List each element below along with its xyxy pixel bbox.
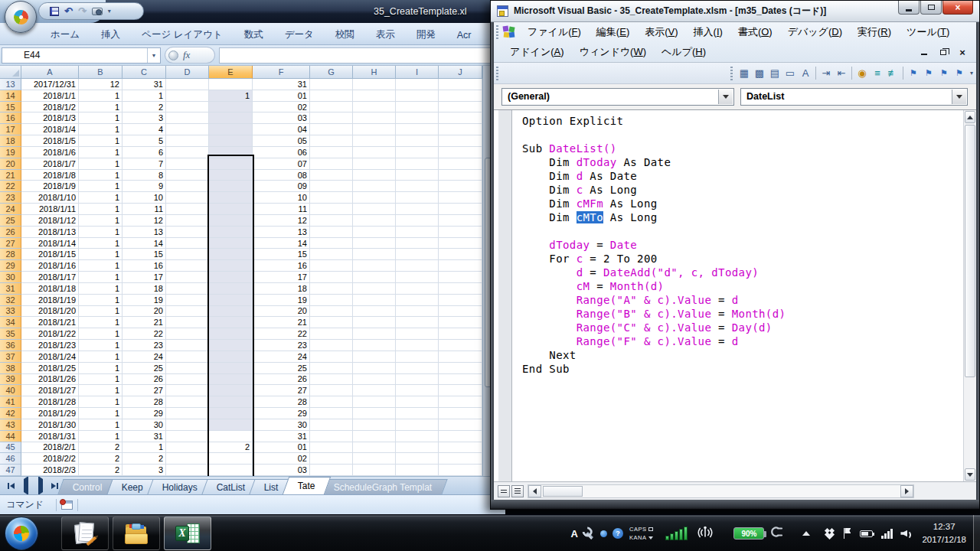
cell[interactable]: 2 <box>79 442 122 454</box>
cell[interactable]: 20 <box>253 306 310 318</box>
cell[interactable] <box>310 79 353 90</box>
cell[interactable] <box>353 385 396 396</box>
cell[interactable] <box>353 112 396 124</box>
cell[interactable] <box>209 135 253 147</box>
cell[interactable]: 26 <box>253 374 310 386</box>
list-constants-icon[interactable]: ▩ <box>752 66 767 81</box>
cell[interactable] <box>166 419 209 431</box>
cell[interactable]: 14 <box>253 238 310 249</box>
cell[interactable] <box>439 453 482 465</box>
cell[interactable] <box>166 192 209 204</box>
cell[interactable]: 10 <box>122 192 166 204</box>
row-header[interactable]: 13 <box>0 79 21 90</box>
cell[interactable]: 2018/1/25 <box>21 363 79 374</box>
name-box-dropdown-icon[interactable]: ▼ <box>147 48 160 63</box>
cell[interactable]: 1 <box>122 442 166 454</box>
cell[interactable] <box>209 227 253 238</box>
cell[interactable] <box>439 249 482 260</box>
ribbon-tab[interactable]: データ <box>274 25 325 44</box>
cell[interactable] <box>310 170 353 181</box>
select-all-corner[interactable] <box>0 66 21 79</box>
cell[interactable] <box>439 419 482 431</box>
comment-block-icon[interactable]: ≡ <box>870 66 885 81</box>
cell[interactable] <box>353 192 396 204</box>
volume-icon[interactable] <box>900 529 911 539</box>
quick-info-icon[interactable]: ▤ <box>767 66 782 81</box>
cell[interactable] <box>310 328 353 340</box>
code-line[interactable]: For c = 2 To 200 <box>522 252 786 266</box>
cell[interactable]: 25 <box>122 363 166 374</box>
cell[interactable] <box>166 306 209 318</box>
column-header[interactable]: F <box>253 66 310 79</box>
scrollbar-thumb[interactable] <box>965 125 975 377</box>
column-header[interactable]: B <box>79 66 122 79</box>
scroll-up-button[interactable] <box>965 111 975 123</box>
cell[interactable]: 2018/1/23 <box>21 340 79 351</box>
cell[interactable]: 29 <box>122 408 166 419</box>
cell[interactable]: 1 <box>79 340 122 351</box>
column-header[interactable]: G <box>310 66 353 79</box>
cell[interactable] <box>209 465 253 476</box>
cell[interactable]: 1 <box>79 158 122 170</box>
cell[interactable] <box>396 192 439 204</box>
indent-icon[interactable]: ⇥ <box>818 66 834 81</box>
row-header[interactable]: 20 <box>0 158 21 170</box>
cell[interactable]: 2018/1/20 <box>21 306 79 318</box>
code-vertical-scrollbar[interactable] <box>963 110 976 481</box>
row-header[interactable]: 24 <box>0 204 21 215</box>
cell[interactable]: 1 <box>79 260 122 272</box>
code-line[interactable]: Next <box>522 348 786 362</box>
cell[interactable] <box>310 135 353 147</box>
code-line[interactable]: dToday = Date <box>522 238 786 252</box>
cell[interactable]: 08 <box>253 170 310 181</box>
cell[interactable] <box>353 408 396 419</box>
code-margin-bar[interactable] <box>498 110 512 481</box>
cell[interactable]: 1 <box>79 351 122 363</box>
sheet-tab-schedulegraph-templat[interactable]: ScheduleGraph Templat <box>319 479 448 494</box>
cell[interactable] <box>310 419 353 431</box>
code-line[interactable]: End Sub <box>522 362 786 376</box>
row-header[interactable]: 18 <box>0 135 21 147</box>
action-center-flag-icon[interactable] <box>844 528 851 539</box>
cell[interactable] <box>310 283 353 295</box>
cell[interactable] <box>439 124 482 135</box>
cell[interactable]: 15 <box>253 249 310 260</box>
cell[interactable] <box>310 249 353 260</box>
cell[interactable] <box>209 283 253 295</box>
child-restore-button[interactable] <box>939 47 948 57</box>
cell[interactable] <box>353 204 396 215</box>
cell[interactable] <box>166 363 209 374</box>
cell[interactable]: 07 <box>253 158 310 170</box>
cell[interactable]: 2018/2/3 <box>21 465 79 476</box>
cell[interactable]: 11 <box>122 204 166 215</box>
menu-t[interactable]: ツール(T) <box>899 23 957 41</box>
cell[interactable]: 2018/1/12 <box>21 215 79 227</box>
cell[interactable]: 2018/1/28 <box>21 396 79 408</box>
cell[interactable]: 18 <box>253 283 310 295</box>
row-header[interactable]: 40 <box>0 385 21 396</box>
cell[interactable] <box>439 295 482 306</box>
cell[interactable]: 2018/2/1 <box>21 442 79 454</box>
camera-icon[interactable] <box>92 8 103 15</box>
code-line[interactable]: Dim d As Date <box>522 169 786 183</box>
scroll-down-button[interactable] <box>965 468 975 481</box>
toggle-breakpoint-icon[interactable]: ◉ <box>854 66 870 81</box>
cell[interactable] <box>310 181 353 192</box>
ribbon-tab[interactable]: Acr <box>446 25 482 44</box>
row-header[interactable]: 38 <box>0 363 21 374</box>
code-line[interactable]: Range("A" & c).Value = d <box>522 293 786 307</box>
cell[interactable] <box>396 90 439 102</box>
row-header[interactable]: 37 <box>0 351 21 363</box>
cell[interactable] <box>439 396 482 408</box>
first-sheet-button[interactable] <box>5 480 18 492</box>
cell[interactable] <box>353 283 396 295</box>
cell[interactable] <box>166 215 209 227</box>
cell[interactable]: 2017/12/31 <box>21 79 79 90</box>
cell[interactable] <box>209 340 253 351</box>
cell[interactable] <box>310 112 353 124</box>
cell[interactable] <box>166 317 209 328</box>
cell[interactable]: 9 <box>122 181 166 192</box>
cell[interactable]: 23 <box>253 340 310 351</box>
cell[interactable] <box>310 272 353 283</box>
cell[interactable] <box>396 181 439 192</box>
